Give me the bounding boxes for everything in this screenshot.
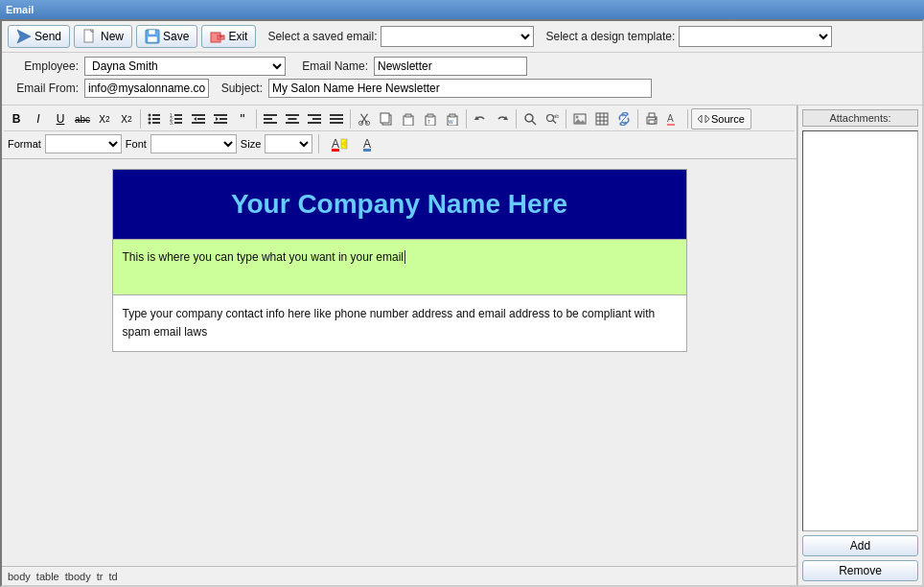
exit-label: Exit xyxy=(228,30,247,43)
strikethrough-button[interactable]: abc xyxy=(72,108,93,129)
svg-rect-31 xyxy=(264,114,277,116)
subscript-button[interactable]: X2 xyxy=(94,108,115,129)
svg-rect-25 xyxy=(197,118,205,120)
svg-line-62 xyxy=(553,121,556,124)
saved-email-select[interactable] xyxy=(381,26,534,47)
svg-text:ab: ab xyxy=(553,113,559,119)
undo-button[interactable] xyxy=(470,108,491,129)
font-color-button[interactable]: A xyxy=(358,133,382,154)
svg-rect-39 xyxy=(308,122,321,124)
svg-point-13 xyxy=(149,118,151,121)
svg-point-76 xyxy=(655,118,657,120)
font-color-bg-button[interactable]: A xyxy=(325,133,354,154)
svg-rect-16 xyxy=(152,122,160,124)
send-button[interactable]: Send xyxy=(8,25,70,48)
svg-rect-32 xyxy=(264,118,272,120)
italic-button[interactable]: I xyxy=(28,108,49,129)
status-tr: tr xyxy=(97,571,104,582)
svg-rect-33 xyxy=(264,122,277,124)
send-icon xyxy=(16,29,32,44)
ordered-list-button[interactable]: 1.2.3. xyxy=(166,108,187,129)
format-label: Format xyxy=(8,138,41,150)
superscript-button[interactable]: X2 xyxy=(116,108,137,129)
svg-rect-34 xyxy=(286,114,299,116)
email-header-cell: Your Company Name Here xyxy=(112,170,686,240)
redo-button[interactable] xyxy=(492,108,513,129)
format-select[interactable] xyxy=(45,134,122,153)
outdent-button[interactable] xyxy=(188,108,209,129)
underline-button[interactable]: U xyxy=(50,108,71,129)
editor-canvas[interactable]: Your Company Name Here This is where you… xyxy=(2,159,797,566)
email-footer-row: Type your company contact info here like… xyxy=(112,294,686,351)
link-button[interactable] xyxy=(613,108,635,129)
status-body: body xyxy=(8,571,31,582)
print-button[interactable] xyxy=(641,108,662,129)
save-label: Save xyxy=(163,30,189,43)
design-template-select[interactable] xyxy=(679,26,832,47)
svg-text:3.: 3. xyxy=(170,120,173,126)
exit-icon xyxy=(210,29,225,44)
attachments-panel: Attachments: Add Remove xyxy=(797,106,922,585)
add-attachment-button[interactable]: Add xyxy=(802,535,918,556)
svg-rect-75 xyxy=(649,120,655,124)
svg-marker-66 xyxy=(574,119,586,124)
title-bar: Email xyxy=(0,0,924,19)
emailfrom-row: Email From: Subject: xyxy=(12,79,912,98)
email-name-input[interactable] xyxy=(374,57,527,76)
subject-label: Subject: xyxy=(215,82,263,95)
indent-button[interactable] xyxy=(210,108,231,129)
spellcheck-button[interactable]: A xyxy=(663,108,684,129)
svg-rect-41 xyxy=(330,118,343,120)
format-strip: B I U abc X2 X2 1.2.3. xyxy=(4,107,795,130)
replace-button[interactable]: ab xyxy=(542,108,563,129)
font-select[interactable] xyxy=(150,134,237,153)
svg-text:A: A xyxy=(332,137,339,151)
svg-rect-36 xyxy=(286,122,299,124)
svg-rect-29 xyxy=(219,118,227,120)
employee-select[interactable]: Dayna Smith xyxy=(84,57,286,76)
email-footer-cell[interactable]: Type your company contact info here like… xyxy=(112,294,686,351)
svg-text:A: A xyxy=(667,113,674,124)
sep1 xyxy=(140,109,141,129)
svg-point-59 xyxy=(525,114,533,122)
bold-button[interactable]: B xyxy=(6,108,27,129)
align-left-button[interactable] xyxy=(260,108,281,129)
svg-rect-14 xyxy=(152,118,160,120)
unordered-list-button[interactable] xyxy=(144,108,165,129)
table-button[interactable] xyxy=(591,108,612,129)
new-button[interactable]: New xyxy=(74,25,132,48)
size-select[interactable] xyxy=(265,134,312,153)
svg-rect-20 xyxy=(174,118,182,120)
sep3 xyxy=(350,109,351,129)
save-button[interactable]: Save xyxy=(136,25,197,48)
svg-rect-12 xyxy=(152,114,160,116)
paste-text-button[interactable]: T xyxy=(420,108,441,129)
svg-rect-40 xyxy=(330,114,343,116)
sep7 xyxy=(637,109,638,129)
image-button[interactable] xyxy=(569,108,590,129)
sep4 xyxy=(466,109,467,129)
exit-button[interactable]: Exit xyxy=(201,25,256,48)
align-right-button[interactable] xyxy=(304,108,325,129)
svg-marker-24 xyxy=(194,117,196,121)
window-title: Email xyxy=(6,4,34,15)
email-header-text: Your Company Name Here xyxy=(231,189,567,219)
align-center-button[interactable] xyxy=(282,108,303,129)
paste-word-button[interactable]: W xyxy=(442,108,463,129)
svg-rect-67 xyxy=(596,113,608,125)
font-label: Font xyxy=(126,138,147,150)
sep6 xyxy=(566,109,566,129)
copy-button[interactable] xyxy=(376,108,397,129)
cut-button[interactable] xyxy=(354,108,375,129)
email-body-cell[interactable]: This is where you can type what you want… xyxy=(112,240,686,295)
find-button[interactable] xyxy=(520,108,541,129)
email-from-input[interactable] xyxy=(84,79,209,98)
subject-input[interactable] xyxy=(268,79,652,98)
paste-button[interactable] xyxy=(398,108,419,129)
blockquote-button[interactable]: " xyxy=(232,108,253,129)
remove-attachment-button[interactable]: Remove xyxy=(802,560,918,581)
sep5 xyxy=(516,109,517,129)
source-button[interactable]: Source xyxy=(691,108,751,129)
employee-row: Employee: Dayna Smith Email Name: xyxy=(12,57,912,76)
align-justify-button[interactable] xyxy=(326,108,347,129)
